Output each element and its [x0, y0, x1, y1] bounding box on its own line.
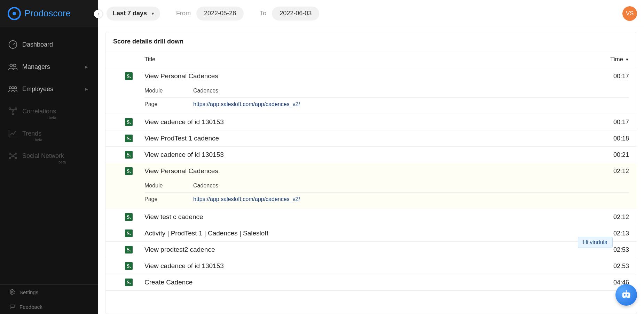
avatar[interactable]: VS: [622, 6, 637, 21]
from-label: From: [176, 10, 191, 17]
side-nav: DashboardManagers▶Employees▶Correlations…: [0, 27, 98, 284]
bot-icon: [620, 289, 632, 301]
row-title: View cadence of id 130153: [144, 262, 598, 270]
table-row-main[interactable]: S.View Personal Cadences02:12: [105, 163, 637, 179]
row-time: 02:12: [598, 168, 629, 175]
table-body: S.View Personal Cadences00:17ModuleCaden…: [105, 68, 637, 314]
detail-value: Cadences: [193, 88, 218, 94]
gear-icon: [9, 289, 15, 295]
salesloft-icon: S.: [125, 230, 133, 237]
detail-link[interactable]: https://app.salesloft.com/app/cadences_v…: [193, 101, 300, 107]
to-label: To: [260, 10, 266, 17]
row-time: 02:12: [598, 214, 629, 221]
date-from-picker[interactable]: 2022-05-28: [196, 7, 244, 21]
sidebar-item-employees[interactable]: Employees▶: [0, 78, 98, 100]
table-row: S.View cadence of id 13015302:53: [105, 258, 637, 274]
row-title: View test c cadence: [144, 213, 598, 221]
row-title: Activity | ProdTest 1 | Cadences | Sales…: [144, 230, 598, 237]
table-row-main[interactable]: S.Create Cadence04:46: [105, 274, 637, 290]
row-time: 00:17: [598, 119, 629, 126]
row-title: Create Cadence: [144, 279, 598, 286]
chat-widget-button[interactable]: [615, 284, 637, 306]
detail-row: ModuleCadences: [144, 179, 629, 193]
sidebar-item-social-network[interactable]: Social Networkbeta: [0, 145, 98, 167]
row-title: View cadence of id 130153: [144, 151, 598, 159]
table-row: S.View ProdTest 1 cadence00:18: [105, 130, 637, 147]
svg-point-8: [12, 113, 14, 115]
table-row: S.View cadence of id 13015300:21: [105, 147, 637, 163]
sidebar-item-correlations[interactable]: Correlationsbeta: [0, 100, 98, 122]
row-title: View cadence of id 130153: [144, 118, 598, 126]
table-row-main[interactable]: S.View prodtest2 cadence02:53: [105, 242, 637, 258]
chevron-right-icon: ▶: [85, 87, 88, 91]
salesloft-icon: S.: [125, 72, 133, 80]
table-row-main[interactable]: S.Activity | ProdTest 1 | Cadences | Sal…: [105, 225, 637, 241]
svg-point-1: [10, 64, 13, 67]
logo-mark-icon: [8, 7, 21, 20]
table-row-main[interactable]: S.View test c cadence02:12: [105, 209, 637, 225]
svg-point-15: [11, 291, 13, 293]
settings-label: Settings: [19, 289, 38, 295]
avatar-initials: VS: [626, 10, 634, 17]
svg-point-3: [9, 87, 11, 89]
sidebar-item-dashboard[interactable]: Dashboard: [0, 33, 98, 56]
salesloft-icon: S.: [125, 262, 133, 270]
svg-point-18: [627, 294, 629, 296]
date-to-picker[interactable]: 2022-06-03: [272, 7, 319, 21]
sidebar-item-trends[interactable]: Trendsbeta: [0, 122, 98, 145]
salesloft-icon: S.: [125, 246, 133, 253]
trend-icon: [8, 128, 18, 139]
table-header: Title Time ▼: [105, 51, 637, 68]
sidebar-collapse-button[interactable]: ‹: [94, 10, 102, 18]
beta-badge: beta: [58, 160, 66, 164]
date-range-label: Last 7 days: [113, 10, 147, 17]
detail-row: Pagehttps://app.salesloft.com/app/cadenc…: [144, 193, 629, 206]
svg-point-20: [626, 290, 627, 291]
date-range-dropdown[interactable]: Last 7 days ▾: [107, 7, 160, 21]
table-row-main[interactable]: S.View cadence of id 13015300:21: [105, 147, 637, 163]
social-icon: [8, 151, 18, 161]
network-icon: [8, 106, 18, 116]
date-from-value: 2022-05-28: [204, 10, 236, 17]
sidebar-item-feedback[interactable]: Feedback: [0, 299, 98, 314]
table-row: S.View prodtest2 cadence02:53: [105, 242, 637, 258]
sidebar-bottom: Settings Feedback: [0, 284, 98, 314]
logo-area[interactable]: Prodoscore: [0, 0, 98, 27]
sidebar-item-managers[interactable]: Managers▶: [0, 56, 98, 78]
row-time: 02:13: [598, 230, 629, 237]
group-icon: [8, 62, 18, 72]
chat-tooltip-text: Hi vindula: [583, 239, 607, 245]
sidebar-item-label: Social Network: [22, 152, 64, 160]
chat-icon: [9, 304, 15, 310]
sidebar-item-label: Employees: [22, 86, 53, 93]
table-row: S.View test c cadence02:12: [105, 209, 637, 225]
beta-badge: beta: [49, 115, 56, 120]
detail-row: ModuleCadences: [144, 84, 629, 98]
table-row-main[interactable]: S.View ProdTest 1 cadence00:18: [105, 130, 637, 146]
feedback-label: Feedback: [19, 304, 42, 310]
chevron-left-icon: ‹: [97, 11, 99, 16]
table-row: S.Activity | ProdTest 1 | Cadences | Sal…: [105, 225, 637, 242]
chat-tooltip: Hi vindula: [578, 237, 613, 248]
table-row-main[interactable]: S.View cadence of id 13015300:17: [105, 114, 637, 130]
beta-badge: beta: [35, 138, 42, 142]
detail-value: Cadences: [193, 183, 218, 189]
row-title: View prodtest2 cadence: [144, 246, 598, 253]
sidebar-item-label: Dashboard: [22, 41, 53, 48]
table-row-main[interactable]: S.View Personal Cadences00:17: [105, 68, 637, 84]
sidebar-item-settings[interactable]: Settings: [0, 285, 98, 299]
row-title: View Personal Cadences: [144, 72, 598, 80]
detail-link[interactable]: https://app.salesloft.com/app/cadences_v…: [193, 196, 300, 202]
svg-point-17: [624, 294, 626, 296]
table-row-main[interactable]: S.View cadence of id 13015302:53: [105, 258, 637, 274]
salesloft-icon: S.: [125, 167, 133, 175]
row-time: 00:18: [598, 135, 629, 142]
column-time[interactable]: Time ▼: [598, 56, 629, 63]
sort-down-icon: ▼: [625, 57, 629, 62]
table-row: S.View cadence of id 13015300:17: [105, 114, 637, 130]
panel-title: Score details drill down: [105, 32, 637, 51]
chevron-right-icon: ▶: [85, 65, 88, 69]
table-row: S.View Personal Cadences00:17ModuleCaden…: [105, 68, 637, 114]
group3-icon: [8, 84, 18, 94]
sidebar-item-label: Trends: [22, 130, 41, 137]
